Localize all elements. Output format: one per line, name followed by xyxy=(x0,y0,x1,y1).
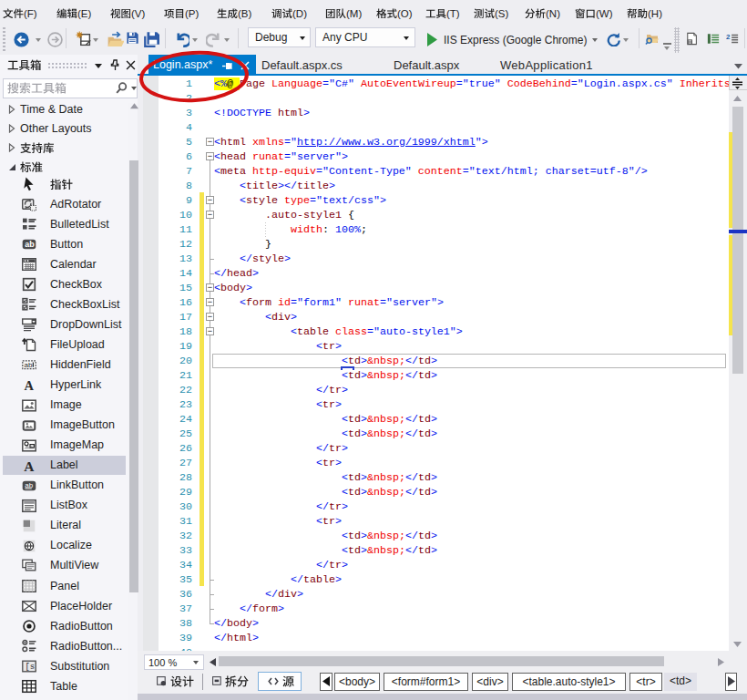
svg-text:2: 2 xyxy=(726,33,731,41)
svg-text:[s]: [s] xyxy=(25,663,36,672)
svg-text:A: A xyxy=(24,458,35,473)
svg-text:ab: ab xyxy=(25,361,33,369)
svg-text:A: A xyxy=(25,378,35,392)
svg-text:ab: ab xyxy=(25,240,35,249)
